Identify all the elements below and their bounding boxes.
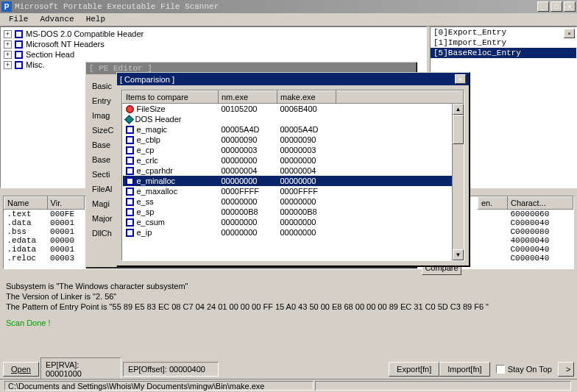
bottom-toolbar: Open EP[RVA]: 00001000 EP[Offset]: 00000… xyxy=(3,361,574,377)
row-val-b: 00000000 xyxy=(277,155,336,165)
col-make[interactable]: make.exe xyxy=(277,91,336,104)
scroll-up-icon[interactable]: ▲ xyxy=(453,104,464,115)
table-row[interactable]: DOS Header xyxy=(123,114,464,124)
table-row[interactable]: e_ss0000000000000000 xyxy=(123,196,464,207)
row-name: e_ip xyxy=(137,228,152,237)
comparision-dialog: [ Comparision ] × Items to compare nm.ex… xyxy=(116,72,470,266)
list-item[interactable]: [5]BaseReloc_Entry xyxy=(431,48,576,58)
table-row[interactable]: e_cp0000000300000003 xyxy=(123,145,464,155)
table-row[interactable]: .idata00001 xyxy=(4,245,85,254)
expand-icon[interactable]: + xyxy=(4,51,12,59)
row-name: FileSize xyxy=(137,104,166,113)
row-name: e_magic xyxy=(137,125,168,134)
table-row[interactable]: 40000040 xyxy=(478,236,573,245)
table-row[interactable]: e_maxalloc0000FFFF0000FFFF xyxy=(123,186,464,196)
maximize-button[interactable]: □ xyxy=(551,1,562,12)
cell: C0000080 xyxy=(508,227,573,236)
row-val-a: 00000004 xyxy=(219,165,277,176)
col-vir[interactable]: Vir. xyxy=(47,197,84,210)
table-row[interactable]: .edata00000 xyxy=(4,236,85,245)
table-row[interactable]: .reloc00003 xyxy=(4,254,85,263)
comparision-close-button[interactable]: × xyxy=(455,74,466,84)
table-row[interactable]: C0000040 xyxy=(478,218,573,227)
table-row[interactable]: C0000040 xyxy=(478,254,573,263)
row-val-b: 00000000 xyxy=(277,176,336,186)
col-en[interactable]: en. xyxy=(478,197,508,210)
tree-label: MS-DOS 2.0 Compatible Header xyxy=(26,29,144,38)
table-row[interactable]: e_sp000000B8000000B8 xyxy=(123,207,464,217)
import-fn-button[interactable]: Import[fn] xyxy=(439,362,489,377)
expand-icon[interactable]: + xyxy=(4,30,12,38)
info-panel: Subsystem is "The Windows character subs… xyxy=(3,278,574,331)
tree-node[interactable]: +Microsoft NT Headers xyxy=(2,39,425,49)
comparision-titlebar[interactable]: [ Comparision ] × xyxy=(117,73,469,85)
cell: C0000040 xyxy=(508,218,573,227)
row-val-a: 00000090 xyxy=(219,135,277,145)
table-row[interactable]: e_cparhdr0000000400000004 xyxy=(123,165,464,176)
checkbox-icon[interactable] xyxy=(15,51,23,59)
table-row[interactable]: e_csum0000000000000000 xyxy=(123,217,464,227)
table-row[interactable]: .text000FE xyxy=(4,210,85,219)
table-row[interactable]: 60000060 xyxy=(478,210,573,219)
cell xyxy=(478,254,508,263)
export-fn-button[interactable]: Export[fn] xyxy=(389,362,439,377)
tree-node[interactable]: +MS-DOS 2.0 Compatible Header xyxy=(2,29,425,39)
col-name[interactable]: Name xyxy=(4,197,48,210)
table-row[interactable]: C0000040 xyxy=(478,245,573,254)
stay-on-top-checkbox[interactable]: Stay On Top xyxy=(496,365,552,374)
table-row[interactable]: e_ip0000000000000000 xyxy=(123,227,464,238)
menu-file[interactable]: File xyxy=(3,13,34,26)
list-item[interactable]: [1]Import_Entry xyxy=(431,38,576,48)
list-close-button[interactable]: × xyxy=(564,29,575,38)
tree-node[interactable]: +Section Head xyxy=(2,49,425,60)
menu-advance[interactable]: Advance xyxy=(34,13,79,26)
row-name: e_maxalloc xyxy=(137,187,178,196)
expand-icon[interactable]: + xyxy=(4,40,12,49)
col-items[interactable]: Items to compare xyxy=(123,91,219,104)
col-charact[interactable]: Charact... xyxy=(508,197,573,210)
table-row[interactable]: e_crlc0000000000000000 xyxy=(123,155,464,165)
menu-help[interactable]: Help xyxy=(80,13,111,26)
checkbox-icon[interactable] xyxy=(15,40,23,49)
table-row[interactable]: C0000080 xyxy=(478,227,573,236)
checkbox-icon[interactable] xyxy=(15,61,23,69)
info-entry-pattern: The Pattern of Entry Point is "55 89 E5 … xyxy=(6,302,571,312)
row-val-b: 00005A4D xyxy=(277,124,336,135)
minimize-button[interactable]: _ xyxy=(537,1,549,12)
cell: .reloc xyxy=(4,254,48,263)
row-val-a: 00105200 xyxy=(219,104,277,115)
row-icon xyxy=(126,105,134,113)
table-row[interactable]: e_magic00005A4D00005A4D xyxy=(123,124,464,135)
scrollbar[interactable]: ▲ ▼ xyxy=(452,104,464,260)
row-icon xyxy=(126,218,134,227)
list-item[interactable]: [0]Export_Entry xyxy=(431,27,576,38)
scroll-down-icon[interactable]: ▼ xyxy=(453,249,464,260)
checkbox-icon[interactable] xyxy=(496,365,505,374)
table-row[interactable]: e_cblp0000009000000090 xyxy=(123,135,464,145)
row-name: DOS Header xyxy=(135,115,182,124)
checkbox-icon[interactable] xyxy=(15,30,23,38)
close-button[interactable]: × xyxy=(564,1,576,12)
info-subsystem: Subsystem is "The Windows character subs… xyxy=(6,281,571,291)
row-val-a: 00000000 xyxy=(219,196,277,207)
expand-icon[interactable]: + xyxy=(4,61,12,69)
col-nm[interactable]: nm.exe xyxy=(219,91,277,104)
row-val-b: 00000000 xyxy=(277,227,336,238)
row-val-a: 0000FFFF xyxy=(219,186,277,196)
row-icon xyxy=(124,115,134,124)
cell: 00001 xyxy=(47,218,84,227)
row-val-b xyxy=(277,114,336,124)
cell: 00000 xyxy=(47,236,84,245)
table-row[interactable]: .data00001 xyxy=(4,218,85,227)
more-button[interactable]: > xyxy=(558,362,574,377)
table-row[interactable]: FileSize001052000006B400 xyxy=(123,104,464,115)
table-row[interactable]: e_minalloc0000000000000000 xyxy=(123,176,464,186)
row-icon xyxy=(126,188,134,196)
cell: 60000060 xyxy=(508,210,573,219)
open-button[interactable]: Open xyxy=(3,362,39,377)
table-row[interactable]: .bss00001 xyxy=(4,227,85,236)
scroll-thumb[interactable] xyxy=(453,115,464,144)
cell: 00003 xyxy=(47,254,84,263)
row-name: e_minalloc xyxy=(137,177,176,185)
row-val-a: 00005A4D xyxy=(219,124,277,135)
